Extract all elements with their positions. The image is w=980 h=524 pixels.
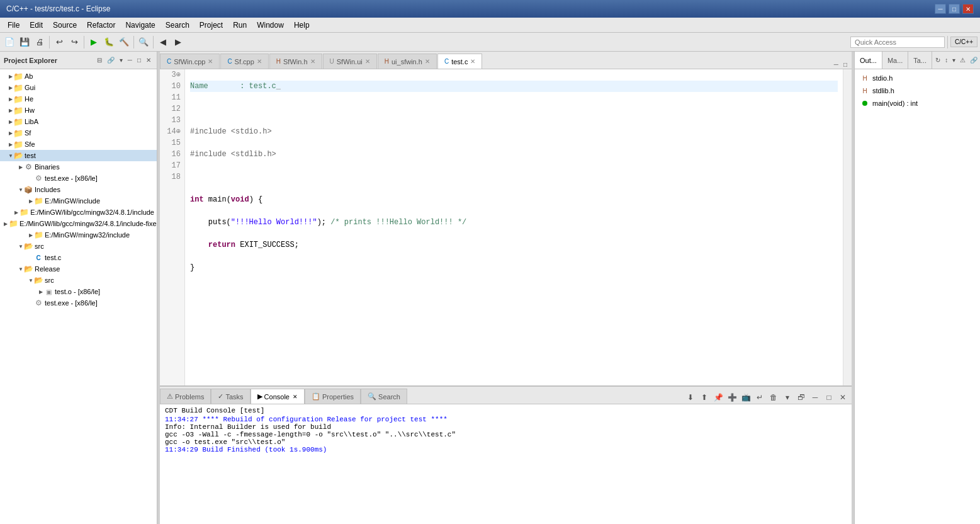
menu-refactor[interactable]: Refactor xyxy=(82,20,120,31)
pin-console-button[interactable]: 📌 xyxy=(712,391,724,404)
tab-sfwin-ui[interactable]: U SfWin.ui ✕ xyxy=(323,54,377,69)
menu-file[interactable]: File xyxy=(3,20,25,31)
link-button[interactable]: 🔗 xyxy=(105,56,116,64)
tab-problems[interactable]: ⚠ Problems xyxy=(160,389,211,404)
expand-arrow-mingw32-include-fixed[interactable]: ▶ xyxy=(3,220,9,227)
build-button[interactable]: 🔨 xyxy=(117,35,131,49)
quick-access-input[interactable] xyxy=(850,37,945,48)
tree-item-mingw-include[interactable]: ▶ 📁 E:/MinGW/include xyxy=(0,195,157,207)
expand-arrow-release-src[interactable]: ▼ xyxy=(28,277,34,283)
tab-ui-sfwin-h[interactable]: H ui_sfwin.h ✕ xyxy=(378,54,437,69)
search-toolbar-button[interactable]: 🔍 xyxy=(137,35,150,49)
display-console-button[interactable]: 📺 xyxy=(740,391,752,404)
menu-source[interactable]: Source xyxy=(48,20,82,31)
tab-tasks[interactable]: ✓ Tasks xyxy=(211,389,250,404)
maximize-panel-button[interactable]: □ xyxy=(135,56,143,64)
tree-item-testo[interactable]: ▶ ▣ test.o - [x86/le] xyxy=(0,286,157,297)
expand-arrow-test[interactable]: ▼ xyxy=(8,152,14,159)
new-button[interactable]: 📄 xyxy=(3,35,16,49)
close-tab-sfwin-ui[interactable]: ✕ xyxy=(365,58,370,65)
save-button[interactable]: 💾 xyxy=(18,35,31,49)
close-button[interactable]: ✕ xyxy=(962,4,974,14)
tree-item-mingw32-include2[interactable]: ▶ 📁 E:/MinGW/mingw32/include xyxy=(0,229,157,241)
tree-item-sf[interactable]: ▶ 📁 Sf xyxy=(0,127,157,139)
minimize-panel-button[interactable]: ─ xyxy=(126,56,134,64)
tree-item-sfe[interactable]: ▶ 📁 Sfe xyxy=(0,139,157,150)
scroll-top-button[interactable]: ⬆ xyxy=(698,391,711,404)
collapse-all-button[interactable]: ⊟ xyxy=(95,56,104,64)
tree-item-he[interactable]: ▶ 📁 He xyxy=(0,93,157,105)
close-tab-sf-cpp[interactable]: ✕ xyxy=(257,58,262,65)
tree-item-includes[interactable]: ▼ 📦 Includes xyxy=(0,184,157,195)
tree-item-liba[interactable]: ▶ 📁 LibA xyxy=(0,116,157,127)
code-content[interactable]: Name : test.c_ #include <stdio.h> #inclu… xyxy=(185,69,843,385)
tab-sfwin-cpp[interactable]: C SfWin.cpp ✕ xyxy=(160,54,220,69)
expand-arrow-mingw32-include2[interactable]: ▶ xyxy=(28,232,34,238)
prev-button[interactable]: ◀ xyxy=(156,35,170,49)
expand-arrow-binaries[interactable]: ▶ xyxy=(18,164,24,170)
word-wrap-button[interactable]: ↵ xyxy=(753,391,766,404)
tab-properties[interactable]: 📋 Properties xyxy=(305,389,361,404)
tree-item-gui[interactable]: ▶ 📁 Gui xyxy=(0,82,157,93)
editor-panel-maximize[interactable]: □ xyxy=(842,60,849,69)
maximize-button[interactable]: □ xyxy=(949,4,960,14)
tree-item-ab[interactable]: ▶ 📁 Ab xyxy=(0,71,157,82)
tree-item-mingw32-include-fixed[interactable]: ▶ 📁 E:/MinGW/lib/gcc/mingw32/4.8.1/inclu… xyxy=(0,218,157,229)
tab-macro[interactable]: Ma... xyxy=(882,52,908,69)
maximize-console-button[interactable]: □ xyxy=(823,391,835,404)
outline-link-button[interactable]: 🔗 xyxy=(968,56,979,64)
undo-button[interactable]: ↩ xyxy=(52,35,66,49)
tab-search[interactable]: 🔍 Search xyxy=(361,389,407,404)
perspective-cpp[interactable]: C/C++ xyxy=(950,37,977,47)
tab-sfwin-h[interactable]: H SfWin.h ✕ xyxy=(269,54,322,69)
redo-button[interactable]: ↪ xyxy=(67,35,81,49)
expand-arrow-includes[interactable]: ▼ xyxy=(18,186,24,193)
debug-button[interactable]: 🐛 xyxy=(102,35,116,49)
console-close-badge[interactable]: ✕ xyxy=(293,394,298,400)
menu-edit[interactable]: Edit xyxy=(25,20,48,31)
print-button[interactable]: 🖨 xyxy=(33,35,47,49)
new-window-button[interactable]: 🗗 xyxy=(795,391,808,404)
tree-item-binaries[interactable]: ▶ ⚙ Binaries xyxy=(0,161,157,173)
tree-item-test[interactable]: ▼ 📂 test xyxy=(0,150,157,161)
tree-item-src[interactable]: ▼ 📂 src xyxy=(0,241,157,252)
tab-console[interactable]: ▶ Console ✕ xyxy=(251,389,305,404)
editor-vertical-scrollbar[interactable] xyxy=(843,69,852,385)
tree-item-release[interactable]: ▼ 📂 Release xyxy=(0,263,157,275)
run-button[interactable]: ▶ xyxy=(87,35,101,49)
editor-panel-minimize[interactable]: ─ xyxy=(832,60,840,69)
tree-item-hw[interactable]: ▶ 📁 Hw xyxy=(0,105,157,116)
tree-item-testexe2[interactable]: ▶ ⚙ test.exe - [x86/le] xyxy=(0,297,157,309)
outline-refresh-button[interactable]: ↻ xyxy=(933,56,942,64)
tab-sf-cpp[interactable]: C Sf.cpp ✕ xyxy=(220,54,268,69)
menu-help[interactable]: Help xyxy=(289,20,315,31)
outline-error-button[interactable]: ⚠ xyxy=(958,56,967,64)
menu-search[interactable]: Search xyxy=(161,20,194,31)
outline-item-stdlib[interactable]: H stdlib.h xyxy=(855,84,980,97)
menu-navigate[interactable]: Navigate xyxy=(120,20,160,31)
menu-window[interactable]: Window xyxy=(252,20,289,31)
outline-item-stdio[interactable]: H stdio.h xyxy=(855,72,980,84)
new-console-button[interactable]: ➕ xyxy=(726,391,738,404)
tab-test-c[interactable]: C test.c ✕ xyxy=(437,54,483,69)
expand-arrow-testo[interactable]: ▶ xyxy=(38,288,44,295)
close-tab-sfwin-cpp[interactable]: ✕ xyxy=(208,58,213,65)
panel-menu-button[interactable]: ▾ xyxy=(118,56,125,64)
close-panel-button[interactable]: ✕ xyxy=(144,56,153,64)
more-console-button[interactable]: ▾ xyxy=(781,391,794,404)
close-tab-ui-sfwin-h[interactable]: ✕ xyxy=(425,58,430,65)
scroll-end-button[interactable]: ⬇ xyxy=(684,391,697,404)
tree-item-testexe1[interactable]: ▶ ⚙ test.exe - [x86/le] xyxy=(0,173,157,184)
expand-arrow-mingw32-include[interactable]: ▶ xyxy=(13,209,20,215)
expand-arrow-mingw-include[interactable]: ▶ xyxy=(28,198,34,204)
minimize-console-button[interactable]: ─ xyxy=(809,391,821,404)
expand-arrow-src[interactable]: ▼ xyxy=(18,243,24,249)
outline-filter-button[interactable]: ▾ xyxy=(950,56,957,64)
clear-console-button[interactable]: 🗑 xyxy=(767,391,780,404)
next-button[interactable]: ▶ xyxy=(171,35,185,49)
tab-outline[interactable]: Out... xyxy=(855,52,882,69)
console-output[interactable]: CDT Build Console [test] 11:34:27 **** R… xyxy=(160,404,852,524)
menu-project[interactable]: Project xyxy=(194,20,228,31)
outline-sort-button[interactable]: ↕ xyxy=(943,56,950,64)
minimize-button[interactable]: ─ xyxy=(935,4,946,14)
